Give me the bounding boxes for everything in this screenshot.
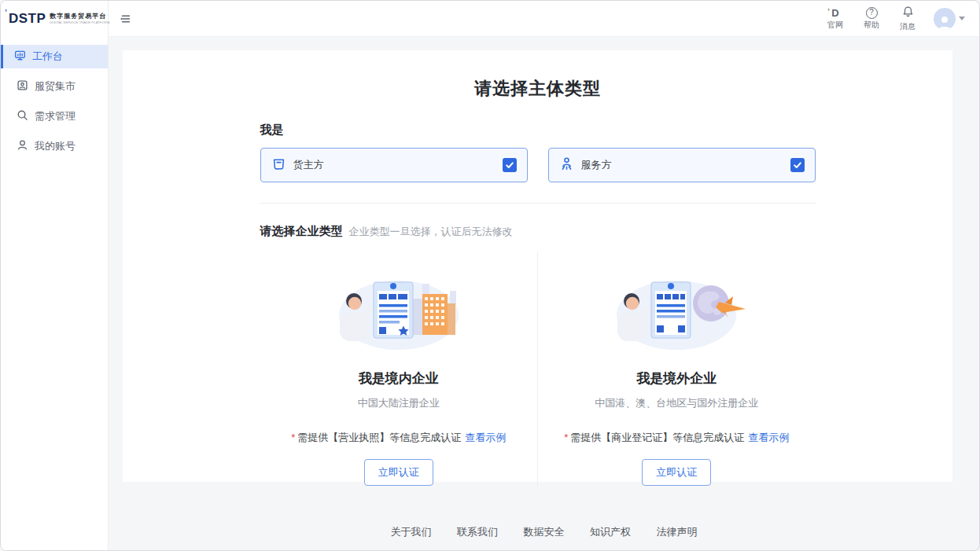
market-badge-icon — [17, 79, 28, 94]
enterprise-section-header: 请选择企业类型 企业类型一旦选择，认证后无法修改 — [260, 224, 816, 239]
role-option-label: 货主方 — [293, 158, 324, 172]
sidebar-item-trade-market[interactable]: 服贸集市 — [1, 75, 108, 98]
footer-link-contact[interactable]: 联系我们 — [457, 526, 498, 538]
sidebar-menu: 工作台 服贸集市 需求 — [1, 45, 108, 158]
role-section-label: 我是 — [260, 123, 816, 138]
help-label: 帮助 — [864, 20, 879, 31]
footer-link-legal[interactable]: 法律声明 — [656, 526, 697, 538]
help-question-icon: ? — [866, 7, 878, 19]
footer: 关于我们 联系我们 数据安全 知识产权 法律声明 — [109, 524, 979, 539]
domestic-note-text: 需提供【营业执照】等信息完成认证 — [297, 432, 461, 443]
overseas-enterprise-panel: 我是境外企业 中国港、澳、台地区与国外注册企业 *需提供【商业登记证】等信息完成… — [537, 252, 816, 486]
top-bar-actions: D 官网 ? 帮助 消息 — [825, 6, 965, 32]
sidebar-item-label: 服贸集市 — [35, 79, 76, 94]
overseas-title: 我是境外企业 — [538, 369, 816, 388]
check-icon — [505, 160, 514, 170]
sidebar-item-label: 我的账号 — [35, 139, 76, 153]
check-icon — [793, 160, 802, 170]
domestic-illustration — [328, 270, 470, 354]
overseas-requirement-note: *需提供【商业登记证】等信息完成认证查看示例 — [538, 431, 816, 445]
brand-text: 数字服务贸易平台 DIGITAL SERVICE TRADE PLATFORM — [50, 13, 133, 25]
service-person-icon — [559, 156, 574, 174]
page-title: 请选择主体类型 — [123, 77, 952, 101]
messages-button[interactable]: 消息 — [897, 6, 918, 32]
brand-logo: ’DSTP 数字服务贸易平台 DIGITAL SERVICE TRADE PLA… — [1, 1, 108, 37]
chevron-down-icon — [959, 17, 965, 20]
messages-label: 消息 — [900, 21, 916, 32]
overseas-authenticate-button[interactable]: 立即认证 — [642, 459, 711, 486]
sidebar-item-my-account[interactable]: 我的账号 — [1, 134, 108, 158]
service-provider-checkbox[interactable] — [790, 158, 805, 172]
cargo-box-icon — [271, 156, 286, 174]
user-menu[interactable] — [934, 8, 965, 30]
workbench-icon — [14, 50, 26, 64]
help-button[interactable]: ? 帮助 — [861, 7, 882, 31]
sidebar: ’DSTP 数字服务贸易平台 DIGITAL SERVICE TRADE PLA… — [1, 1, 109, 550]
sidebar-item-label: 工作台 — [32, 50, 63, 64]
app-root: ’DSTP 数字服务贸易平台 DIGITAL SERVICE TRADE PLA… — [0, 0, 980, 551]
domestic-subtitle: 中国大陆注册企业 — [260, 396, 538, 410]
role-options: 货主方 — [260, 148, 816, 182]
overseas-note-text: 需提供【商业登记证】等信息完成认证 — [570, 432, 744, 443]
footer-link-data-security[interactable]: 数据安全 — [524, 526, 565, 538]
role-option-service-provider[interactable]: 服务方 — [548, 148, 816, 182]
view-example-link[interactable]: 查看示例 — [748, 432, 789, 443]
dstp-d-icon: D — [831, 7, 838, 19]
section-divider — [260, 203, 816, 204]
top-bar: D 官网 ? 帮助 消息 — [109, 1, 979, 37]
role-option-label: 服务方 — [581, 158, 612, 172]
main-content: 请选择主体类型 我是 货主方 — [109, 37, 979, 550]
entity-type-panel: 请选择主体类型 我是 货主方 — [123, 50, 952, 482]
cargo-owner-checkbox[interactable] — [503, 158, 517, 172]
required-asterisk: * — [291, 432, 295, 443]
search-icon — [17, 109, 28, 123]
avatar — [934, 8, 956, 30]
brand-name-cn: 数字服务贸易平台 — [50, 13, 133, 20]
footer-link-about[interactable]: 关于我们 — [391, 526, 432, 538]
dstp-logo-icon: ’DSTP — [9, 11, 46, 27]
overseas-illustration — [606, 270, 747, 354]
domestic-authenticate-button[interactable]: 立即认证 — [364, 459, 433, 486]
footer-link-ip[interactable]: 知识产权 — [590, 526, 631, 538]
overseas-subtitle: 中国港、澳、台地区与国外注册企业 — [538, 396, 816, 410]
view-example-link[interactable]: 查看示例 — [465, 432, 506, 443]
role-option-cargo-owner[interactable]: 货主方 — [260, 148, 528, 182]
brand-name-en: DIGITAL SERVICE TRADE PLATFORM — [50, 20, 110, 24]
sidebar-item-label: 需求管理 — [35, 109, 76, 123]
enterprise-options: 我是境内企业 中国大陆注册企业 *需提供【营业执照】等信息完成认证查看示例 立即… — [260, 252, 816, 486]
domestic-title: 我是境内企业 — [260, 369, 538, 388]
domestic-requirement-note: *需提供【营业执照】等信息完成认证查看示例 — [260, 431, 538, 445]
enterprise-section-hint: 企业类型一旦选择，认证后无法修改 — [349, 225, 513, 239]
enterprise-section-label: 请选择企业类型 — [260, 224, 343, 239]
sidebar-item-demand-management[interactable]: 需求管理 — [1, 105, 108, 128]
sidebar-item-workbench[interactable]: 工作台 — [1, 45, 108, 68]
bell-icon — [902, 6, 914, 20]
official-site-button[interactable]: D 官网 — [825, 7, 846, 31]
domestic-enterprise-panel: 我是境内企业 中国大陆注册企业 *需提供【营业执照】等信息完成认证查看示例 立即… — [260, 252, 538, 486]
official-site-label: 官网 — [827, 20, 843, 31]
required-asterisk: * — [564, 432, 568, 443]
user-icon — [17, 139, 28, 153]
